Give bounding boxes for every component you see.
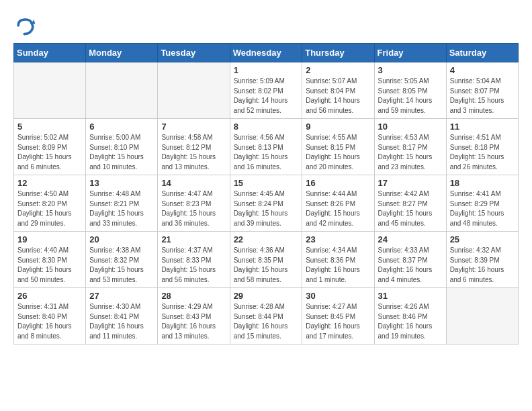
day-info: Sunrise: 5:02 AM Sunset: 8:09 PM Dayligh… — [17, 133, 82, 172]
day-info: Sunrise: 4:32 AM Sunset: 8:39 PM Dayligh… — [450, 246, 515, 285]
header-tuesday: Tuesday — [158, 44, 230, 62]
calendar-cell: 13Sunrise: 4:48 AM Sunset: 8:21 PM Dayli… — [86, 175, 158, 232]
calendar-cell: 14Sunrise: 4:47 AM Sunset: 8:23 PM Dayli… — [158, 175, 230, 232]
calendar-cell — [14, 62, 86, 119]
calendar-week-row: 26Sunrise: 4:31 AM Sunset: 8:40 PM Dayli… — [14, 288, 519, 345]
day-number: 18 — [450, 178, 515, 188]
day-info: Sunrise: 4:53 AM Sunset: 8:17 PM Dayligh… — [378, 133, 443, 172]
calendar-cell — [86, 62, 158, 119]
day-info: Sunrise: 5:04 AM Sunset: 8:07 PM Dayligh… — [450, 77, 515, 116]
day-info: Sunrise: 4:48 AM Sunset: 8:21 PM Dayligh… — [89, 189, 154, 228]
day-number: 2 — [306, 65, 370, 75]
day-info: Sunrise: 4:56 AM Sunset: 8:13 PM Dayligh… — [234, 133, 299, 172]
calendar-cell: 24Sunrise: 4:33 AM Sunset: 8:37 PM Dayli… — [374, 232, 446, 288]
day-number: 31 — [378, 291, 443, 301]
day-info: Sunrise: 5:05 AM Sunset: 8:05 PM Dayligh… — [378, 77, 443, 116]
calendar-week-row: 12Sunrise: 4:50 AM Sunset: 8:20 PM Dayli… — [14, 175, 519, 232]
logo — [13, 13, 42, 38]
day-info: Sunrise: 5:09 AM Sunset: 8:02 PM Dayligh… — [234, 77, 299, 116]
day-info: Sunrise: 4:28 AM Sunset: 8:44 PM Dayligh… — [234, 302, 299, 341]
calendar-cell: 3Sunrise: 5:05 AM Sunset: 8:05 PM Daylig… — [374, 62, 446, 119]
calendar-cell: 26Sunrise: 4:31 AM Sunset: 8:40 PM Dayli… — [14, 288, 86, 345]
day-number: 21 — [161, 234, 226, 244]
calendar-cell: 11Sunrise: 4:51 AM Sunset: 8:18 PM Dayli… — [446, 119, 518, 175]
day-number: 26 — [17, 291, 82, 301]
day-info: Sunrise: 4:38 AM Sunset: 8:32 PM Dayligh… — [89, 246, 154, 285]
day-number: 27 — [89, 291, 154, 301]
calendar-cell: 9Sunrise: 4:55 AM Sunset: 8:15 PM Daylig… — [302, 119, 374, 175]
day-number: 8 — [234, 122, 299, 132]
day-number: 6 — [89, 122, 154, 132]
day-number: 16 — [306, 178, 370, 188]
calendar-cell — [158, 62, 230, 119]
calendar-cell: 25Sunrise: 4:32 AM Sunset: 8:39 PM Dayli… — [446, 232, 518, 288]
day-info: Sunrise: 4:47 AM Sunset: 8:23 PM Dayligh… — [161, 189, 226, 228]
calendar-cell: 8Sunrise: 4:56 AM Sunset: 8:13 PM Daylig… — [230, 119, 302, 175]
day-number: 19 — [17, 234, 82, 244]
header-sunday: Sunday — [14, 44, 86, 62]
header-thursday: Thursday — [302, 44, 374, 62]
day-info: Sunrise: 4:40 AM Sunset: 8:30 PM Dayligh… — [17, 246, 82, 285]
day-number: 3 — [378, 65, 443, 75]
calendar-cell: 12Sunrise: 4:50 AM Sunset: 8:20 PM Dayli… — [14, 175, 86, 232]
day-number: 30 — [306, 291, 370, 301]
day-info: Sunrise: 4:27 AM Sunset: 8:45 PM Dayligh… — [306, 302, 370, 341]
calendar-cell: 1Sunrise: 5:09 AM Sunset: 8:02 PM Daylig… — [230, 62, 302, 119]
calendar-cell: 7Sunrise: 4:58 AM Sunset: 8:12 PM Daylig… — [158, 119, 230, 175]
calendar-cell: 5Sunrise: 5:02 AM Sunset: 8:09 PM Daylig… — [14, 119, 86, 175]
day-info: Sunrise: 5:07 AM Sunset: 8:04 PM Dayligh… — [306, 77, 370, 116]
day-info: Sunrise: 4:51 AM Sunset: 8:18 PM Dayligh… — [450, 133, 515, 172]
calendar-cell: 23Sunrise: 4:34 AM Sunset: 8:36 PM Dayli… — [302, 232, 374, 288]
calendar: SundayMondayTuesdayWednesdayThursdayFrid… — [13, 43, 519, 345]
calendar-cell: 20Sunrise: 4:38 AM Sunset: 8:32 PM Dayli… — [86, 232, 158, 288]
calendar-cell — [446, 288, 518, 345]
day-info: Sunrise: 4:55 AM Sunset: 8:15 PM Dayligh… — [306, 133, 370, 172]
day-info: Sunrise: 4:37 AM Sunset: 8:33 PM Dayligh… — [161, 246, 226, 285]
day-info: Sunrise: 4:34 AM Sunset: 8:36 PM Dayligh… — [306, 246, 370, 285]
day-number: 1 — [234, 65, 299, 75]
day-number: 12 — [17, 178, 82, 188]
calendar-cell: 31Sunrise: 4:26 AM Sunset: 8:46 PM Dayli… — [374, 288, 446, 345]
day-info: Sunrise: 4:45 AM Sunset: 8:24 PM Dayligh… — [234, 189, 299, 228]
calendar-cell: 22Sunrise: 4:36 AM Sunset: 8:35 PM Dayli… — [230, 232, 302, 288]
day-number: 4 — [450, 65, 515, 75]
header-monday: Monday — [86, 44, 158, 62]
day-number: 20 — [89, 234, 154, 244]
day-info: Sunrise: 4:31 AM Sunset: 8:40 PM Dayligh… — [17, 302, 82, 341]
day-number: 5 — [17, 122, 82, 132]
header-wednesday: Wednesday — [230, 44, 302, 62]
day-info: Sunrise: 4:36 AM Sunset: 8:35 PM Dayligh… — [234, 246, 299, 285]
day-info: Sunrise: 4:50 AM Sunset: 8:20 PM Dayligh… — [17, 189, 82, 228]
calendar-cell: 28Sunrise: 4:29 AM Sunset: 8:43 PM Dayli… — [158, 288, 230, 345]
calendar-cell: 15Sunrise: 4:45 AM Sunset: 8:24 PM Dayli… — [230, 175, 302, 232]
logo-icon — [13, 13, 38, 38]
day-info: Sunrise: 4:26 AM Sunset: 8:46 PM Dayligh… — [378, 302, 443, 341]
day-number: 25 — [450, 234, 515, 244]
day-number: 13 — [89, 178, 154, 188]
day-number: 28 — [161, 291, 226, 301]
calendar-cell: 17Sunrise: 4:42 AM Sunset: 8:27 PM Dayli… — [374, 175, 446, 232]
calendar-cell: 30Sunrise: 4:27 AM Sunset: 8:45 PM Dayli… — [302, 288, 374, 345]
calendar-cell: 16Sunrise: 4:44 AM Sunset: 8:26 PM Dayli… — [302, 175, 374, 232]
day-info: Sunrise: 5:00 AM Sunset: 8:10 PM Dayligh… — [89, 133, 154, 172]
day-number: 10 — [378, 122, 443, 132]
day-info: Sunrise: 4:42 AM Sunset: 8:27 PM Dayligh… — [378, 189, 443, 228]
calendar-week-row: 5Sunrise: 5:02 AM Sunset: 8:09 PM Daylig… — [14, 119, 519, 175]
day-number: 11 — [450, 122, 515, 132]
day-number: 9 — [306, 122, 370, 132]
day-number: 7 — [161, 122, 226, 132]
day-number: 22 — [234, 234, 299, 244]
calendar-cell: 27Sunrise: 4:30 AM Sunset: 8:41 PM Dayli… — [86, 288, 158, 345]
calendar-cell: 29Sunrise: 4:28 AM Sunset: 8:44 PM Dayli… — [230, 288, 302, 345]
calendar-week-row: 1Sunrise: 5:09 AM Sunset: 8:02 PM Daylig… — [14, 62, 519, 119]
calendar-cell: 18Sunrise: 4:41 AM Sunset: 8:29 PM Dayli… — [446, 175, 518, 232]
day-number: 14 — [161, 178, 226, 188]
calendar-header-row: SundayMondayTuesdayWednesdayThursdayFrid… — [14, 44, 519, 62]
day-number: 15 — [234, 178, 299, 188]
day-number: 29 — [234, 291, 299, 301]
calendar-cell: 19Sunrise: 4:40 AM Sunset: 8:30 PM Dayli… — [14, 232, 86, 288]
header — [13, 13, 519, 38]
day-number: 23 — [306, 234, 370, 244]
day-number: 24 — [378, 234, 443, 244]
calendar-cell: 4Sunrise: 5:04 AM Sunset: 8:07 PM Daylig… — [446, 62, 518, 119]
